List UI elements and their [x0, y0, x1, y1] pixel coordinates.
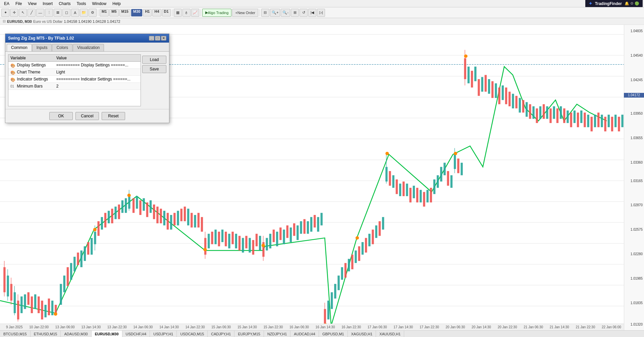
toolbar-vline[interactable]: ⋮	[45, 9, 53, 17]
menu-bar: EA File View Insert Charts Tools Window …	[0, 0, 644, 7]
table-row[interactable]: 🎨 Display Settings ========== Display Se…	[8, 62, 141, 69]
zoom-out[interactable]: 🔍-	[281, 9, 290, 17]
chart-type-candlestick[interactable]: 🕯	[182, 9, 191, 17]
toolbar-settings[interactable]: ⚙	[89, 9, 97, 17]
load-button[interactable]: Load	[142, 56, 166, 64]
toolbar-arrow[interactable]: ↖	[19, 9, 27, 17]
svg-rect-143	[406, 184, 408, 196]
tab-audcad-h4[interactable]: AUDCAD,H4	[290, 331, 319, 337]
svg-rect-68	[163, 211, 165, 226]
toolbar-fib[interactable]: 〓	[54, 9, 62, 17]
time-label-10: 15 Jan 14:30	[237, 325, 257, 329]
tab-eurjpy-m15[interactable]: EURJPY,M15	[234, 331, 264, 337]
tab-xagusd-h1[interactable]: XAGUSD,H1	[348, 331, 376, 337]
svg-rect-54	[118, 205, 120, 219]
tf-m15[interactable]: M15	[119, 9, 130, 16]
scroll-right[interactable]: ▷|	[317, 9, 325, 17]
dialog-close-btn[interactable]: ✕	[161, 36, 166, 41]
svg-rect-96	[256, 234, 258, 246]
svg-rect-138	[389, 171, 391, 186]
svg-rect-182	[532, 106, 534, 119]
table-row[interactable]: 01 Minimum Bars 2	[8, 83, 141, 90]
svg-rect-197	[584, 113, 586, 127]
tf-d1[interactable]: D1	[162, 9, 171, 16]
time-label-21: 21 Jan 06:30	[524, 325, 543, 329]
svg-rect-55	[121, 200, 123, 213]
scroll-left[interactable]: ⊟	[261, 9, 269, 17]
params-area: Variable Value 🎨 Display Settings	[8, 54, 166, 106]
auto-scroll[interactable]: ↺	[300, 9, 308, 17]
table-row[interactable]: 🎨 Chart Theme Light	[8, 69, 141, 76]
indicator-dialog[interactable]: Swing Zig Zag MT5 - By TFlab 1.02 _ □ ✕ …	[5, 34, 169, 123]
svg-rect-191	[563, 108, 565, 123]
menu-ea[interactable]: EA	[1, 1, 12, 7]
toolbar-new[interactable]: ✦	[1, 9, 9, 17]
chart-type-bar[interactable]: ▦	[174, 9, 182, 17]
tab-cadjpy-h1[interactable]: CADJPY,H1	[208, 331, 234, 337]
svg-rect-53	[114, 207, 116, 219]
tab-ethusd-m15[interactable]: ETHUSD,M15	[31, 331, 61, 337]
toolbar-shapes[interactable]: ◻	[62, 9, 70, 17]
svg-rect-34	[51, 301, 53, 316]
menu-help[interactable]: Help	[110, 1, 123, 7]
row-value-4[interactable]: 2	[54, 83, 141, 90]
algo-trading-btn[interactable]: ▶ Algo Trading	[202, 9, 232, 17]
tab-usdcad-m15[interactable]: USDCAD,M15	[177, 331, 208, 337]
svg-point-210	[93, 228, 97, 231]
svg-rect-87	[225, 232, 227, 246]
save-button[interactable]: Save	[142, 65, 166, 73]
tf-h4[interactable]: H4	[152, 9, 161, 16]
time-label-15: 17 Jan 06:30	[368, 325, 387, 329]
dialog-tab-inputs[interactable]: Inputs	[32, 44, 52, 51]
price-label-11: 1.02280	[631, 252, 643, 256]
svg-rect-88	[228, 234, 230, 248]
menu-file[interactable]: File	[13, 1, 24, 7]
dialog-tab-colors[interactable]: Colors	[52, 44, 72, 51]
svg-rect-201	[597, 113, 599, 127]
menu-view[interactable]: View	[25, 1, 39, 7]
toolbar-folder[interactable]: 📁	[80, 9, 88, 17]
menu-charts[interactable]: Charts	[56, 1, 73, 7]
toolbar-crosshair[interactable]: ✛	[10, 9, 18, 17]
color-icon-1: 🎨	[10, 63, 14, 67]
new-order-btn[interactable]: + New Order	[232, 9, 258, 17]
params-table: Variable Value 🎨 Display Settings	[8, 55, 141, 90]
toolbar-text[interactable]: A	[71, 9, 79, 17]
dialog-tab-visualization[interactable]: Visualization	[73, 44, 104, 51]
svg-rect-178	[519, 98, 521, 113]
grid-toggle[interactable]: ⊞	[291, 9, 299, 17]
tab-btcusd-m15[interactable]: BTCUSD,M15	[0, 331, 31, 337]
tab-adausd-m30[interactable]: ADAUSD,M30	[61, 331, 91, 337]
svg-rect-115	[317, 217, 319, 232]
table-row[interactable]: 🎨 Indicator Settings ========== Indicato…	[8, 76, 141, 83]
toolbar-line[interactable]: ╱	[28, 9, 36, 17]
tab-gbpusd-m1[interactable]: GBPUSD,M1	[319, 331, 348, 337]
tf-h1[interactable]: H1	[143, 9, 152, 16]
menu-insert[interactable]: Insert	[40, 1, 55, 7]
params-table-container[interactable]: Variable Value 🎨 Display Settings	[8, 54, 141, 106]
menu-tools[interactable]: Tools	[74, 1, 89, 7]
tab-eurusd-m30[interactable]: EURUSD,M30	[92, 331, 122, 337]
zoom-in[interactable]: 🔍+	[270, 9, 280, 17]
chart-type-line[interactable]: 📈	[191, 9, 199, 17]
menu-window[interactable]: Window	[90, 1, 109, 7]
svg-rect-142	[402, 181, 405, 196]
cancel-button[interactable]: Cancel	[75, 112, 99, 120]
svg-rect-42	[80, 250, 83, 267]
period-sep[interactable]: |◀	[308, 9, 316, 17]
tab-usdjpy-h1[interactable]: USDJPY,H1	[150, 331, 177, 337]
tab-xauusd-h1[interactable]: XAUUSD,H1	[376, 331, 404, 337]
toolbar-hline[interactable]: —	[36, 9, 44, 17]
tf-m30[interactable]: M30	[131, 9, 142, 16]
ok-button[interactable]: OK	[49, 112, 73, 120]
reset-button[interactable]: Reset	[102, 112, 125, 120]
tf-m1[interactable]: M1	[100, 9, 109, 16]
dialog-tab-common[interactable]: Common	[7, 44, 32, 51]
tf-m5[interactable]: M5	[109, 9, 118, 16]
svg-rect-133	[375, 225, 377, 238]
tab-usdchf-h4[interactable]: USDCHF,H4	[122, 331, 150, 337]
dialog-minimize-btn[interactable]: _	[149, 36, 154, 41]
dialog-maximize-btn[interactable]: □	[155, 36, 160, 41]
svg-rect-37	[63, 276, 65, 292]
tab-nzdjpy-h1[interactable]: NZDJPY,H1	[264, 331, 290, 337]
